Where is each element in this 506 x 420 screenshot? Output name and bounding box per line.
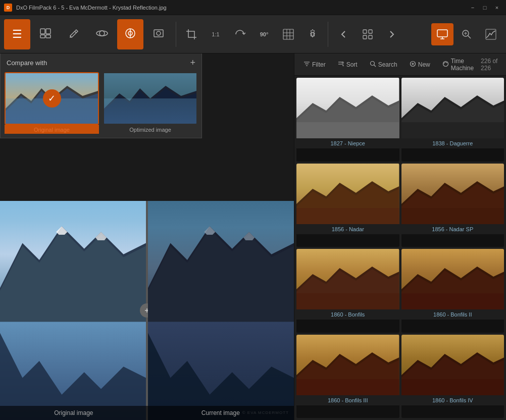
rotate90-button[interactable]: 90° [253,23,275,45]
view-icon [95,27,109,42]
new-label: New [418,61,430,68]
svg-point-5 [99,31,105,36]
compare-panel-header: Compare with + [5,58,197,68]
crop-tool[interactable] [180,23,203,45]
fit-button[interactable]: 1:1 [205,23,227,45]
add-comparison-button[interactable]: + [190,58,195,68]
rotate-button[interactable] [229,23,251,45]
svg-rect-21 [369,35,372,39]
svg-rect-22 [437,30,447,37]
svg-rect-87 [401,293,504,309]
output-icon [152,27,165,42]
window-controls: − □ × [468,4,502,12]
original-label: Original image [5,125,99,134]
right-toolbar-left: Filter Sort Search [300,56,477,74]
search-button[interactable]: Search [367,59,400,71]
film-label-bonfils-iv: 1860 - Bonfils IV [401,395,504,405]
svg-point-17 [311,32,315,36]
close-button[interactable]: × [492,4,502,12]
film-label-bonfils: 1860 - Bonfils [296,309,399,320]
library-button[interactable] [32,19,59,49]
rotate90-label: 90° [260,31,269,37]
film-item-nadar[interactable]: 1856 - Nadar [296,164,399,247]
histogram-button[interactable] [480,23,502,45]
svg-rect-1 [46,29,50,34]
app-icon: D [4,4,12,12]
time-machine-button[interactable]: Time Machine [439,56,477,74]
svg-rect-0 [40,29,45,34]
original-image [0,201,146,420]
film-thumb-daguerre [401,78,504,138]
settings-button[interactable] [301,23,324,45]
svg-rect-83 [296,293,399,309]
film-label-niepce: 1827 - Niepce [296,138,399,148]
original-thumb[interactable]: ✓ Original image [5,72,99,134]
film-label-nadar-sp: 1856 - Nadar SP [401,224,504,234]
film-item-daguerre[interactable]: 1838 - Daguerre [401,78,504,162]
film-grid: 1827 - Niepce [294,76,506,420]
svg-point-6 [96,31,108,36]
compare-icon [124,27,137,42]
output-button[interactable] [145,19,172,49]
edit-button[interactable] [61,19,87,49]
menu-icon: ☰ [12,29,22,40]
svg-rect-79 [401,208,504,224]
svg-rect-75 [296,208,399,224]
zoom-button[interactable] [456,23,478,45]
film-item-bonfils-iv[interactable]: 1860 - Bonfils IV [401,335,504,418]
filter-button[interactable]: Filter [300,59,329,71]
svg-rect-33 [104,73,196,124]
svg-rect-2 [40,35,45,38]
time-machine-icon [442,61,449,69]
split-right-panel: © EVA MCDERMOTT [148,201,294,420]
film-thumb-bonfils-iv [401,335,504,395]
optimized-thumb[interactable]: Optimized image [103,72,197,134]
film-item-bonfils[interactable]: 1860 - Bonfils [296,249,399,333]
minimize-button[interactable]: − [468,4,478,12]
window-title: DxO FilmPack 6 - 5 - Eva McDermott - Kry… [16,5,464,11]
optimized-thumb-image [103,72,197,125]
film-item-bonfils-ii[interactable]: 1860 - Bonfils II [401,249,504,333]
view-button[interactable] [89,19,115,49]
film-thumb-bonfils-iii [296,335,399,395]
sort-button[interactable]: Sort [335,59,361,71]
compare-panel: Compare with + [0,54,202,138]
split-labels: Original image Current image [0,406,294,420]
back-button[interactable] [332,23,355,45]
film-thumb-bonfils-ii [401,249,504,309]
current-image: © EVA MCDERMOTT [148,201,294,420]
split-left-panel [0,201,146,420]
compare-panel-title: Compare with [7,59,47,67]
display-button[interactable] [431,23,453,45]
svg-line-4 [75,31,76,33]
svg-rect-71 [401,122,504,138]
separator-1 [176,22,176,47]
menu-button[interactable]: ☰ [4,19,30,49]
svg-marker-67 [296,122,399,138]
center-area: Compare with + [0,54,294,420]
sort-label: Sort [346,61,358,68]
fit-label: 1:1 [212,31,219,37]
right-toolbar: Filter Sort Search [294,54,506,76]
search-label: Search [378,61,397,68]
forward-button[interactable] [381,23,403,45]
film-thumb-nadar [296,164,399,224]
grid-view-button[interactable] [357,23,379,45]
search-icon [370,61,376,69]
film-item-niepce[interactable]: 1827 - Niepce [296,78,399,162]
film-label-daguerre: 1838 - Daguerre [401,138,504,148]
new-icon [410,61,416,69]
new-button[interactable]: New [407,59,433,71]
compare-button[interactable] [117,19,143,49]
film-item-bonfils-iii[interactable]: 1860 - Bonfils III [296,335,399,418]
svg-rect-18 [363,30,367,33]
film-item-nadar-sp[interactable]: 1856 - Nadar SP [401,164,504,247]
svg-point-11 [157,31,161,35]
svg-point-58 [370,61,374,65]
film-thumb-niepce [296,78,399,138]
library-icon [39,27,52,42]
current-image-label: Current image [201,409,240,416]
grid-overlay-button[interactable] [277,23,299,45]
maximize-button[interactable]: □ [480,4,490,12]
svg-rect-19 [369,30,372,33]
